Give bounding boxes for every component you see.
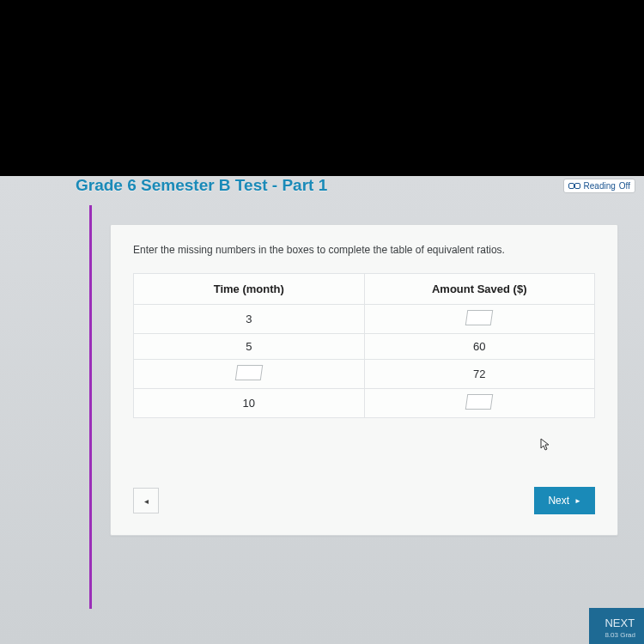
black-top-band	[0, 0, 644, 176]
next-arrow-icon: ►	[574, 497, 581, 505]
prev-arrow-icon: ◂	[144, 496, 149, 506]
cursor-icon	[540, 438, 550, 452]
reading-label: Reading	[584, 181, 616, 191]
answer-input[interactable]	[465, 310, 494, 325]
answer-input[interactable]	[465, 394, 494, 410]
ratio-table: Time (month) Amount Saved ($) 3 5 60 72	[133, 273, 595, 418]
content-area: Grade 6 Semester B Test - Part 1 Reading…	[0, 176, 644, 644]
col-header-time: Time (month)	[134, 274, 365, 305]
cell-amount: 72	[364, 360, 595, 389]
reading-toggle[interactable]: Reading Off	[563, 179, 635, 193]
next-question-footer[interactable]: NEXT 8.03 Grad	[589, 608, 644, 644]
cell-time: 5	[134, 334, 365, 360]
next-q-sub: 8.03 Grad	[605, 631, 635, 639]
table-row: 5 60	[134, 334, 595, 360]
next-label: Next	[548, 495, 569, 507]
table-row: 3	[134, 305, 595, 334]
prev-button[interactable]: ◂	[133, 488, 159, 513]
cell-amount	[364, 305, 595, 334]
page-title: Grade 6 Semester B Test - Part 1	[76, 176, 327, 195]
question-card: Enter the missing numbers in the boxes t…	[110, 224, 618, 536]
glasses-icon	[568, 182, 580, 189]
progress-bar	[89, 205, 92, 609]
next-q-label: NEXT	[605, 617, 635, 629]
nav-row: ◂ Next ►	[133, 487, 595, 514]
cell-amount: 60	[364, 334, 595, 360]
question-prompt: Enter the missing numbers in the boxes t…	[133, 244, 595, 256]
cell-time: 10	[134, 389, 365, 418]
cell-time: 3	[134, 305, 365, 334]
reading-state: Off	[619, 181, 630, 191]
next-button[interactable]: Next ►	[534, 487, 595, 514]
cell-amount	[364, 389, 595, 418]
answer-input[interactable]	[234, 365, 263, 380]
title-bar: Grade 6 Semester B Test - Part 1 Reading…	[0, 176, 644, 202]
table-row: 10	[134, 389, 595, 418]
table-row: 72	[134, 360, 595, 389]
col-header-amount: Amount Saved ($)	[364, 274, 595, 305]
cell-time	[134, 360, 365, 389]
